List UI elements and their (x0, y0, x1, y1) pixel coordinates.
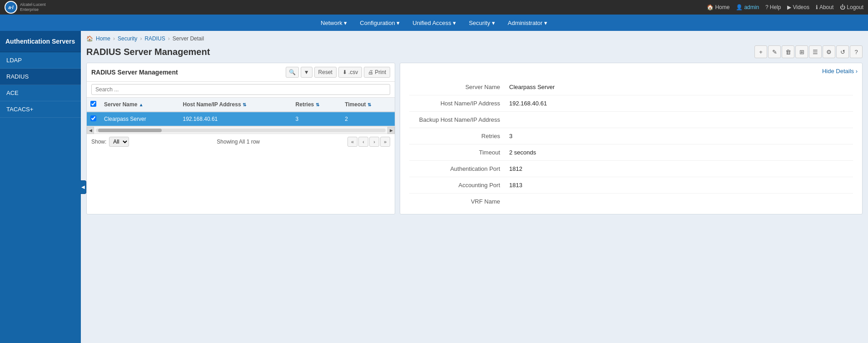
toolbar-add-button[interactable]: + (754, 45, 767, 58)
prev-page-button[interactable]: ‹ (358, 137, 368, 147)
toolbar-edit-button[interactable]: ✎ (768, 45, 781, 58)
toolbar-settings-button[interactable]: ⚙ (823, 45, 835, 58)
header-timeout: Timeout ⇅ (341, 98, 395, 112)
print-button[interactable]: 🖨 Print (364, 67, 390, 78)
hide-details-button[interactable]: Hide Details › (400, 68, 862, 79)
search-button[interactable]: 🔍 (286, 67, 299, 78)
nav-unified-access[interactable]: Unified Access ▾ (406, 15, 462, 31)
detail-label-server-name: Server Name (409, 84, 500, 90)
csv-button[interactable]: ⬇ .csv (338, 67, 362, 78)
detail-label-timeout: Timeout (409, 149, 500, 156)
toolbar-refresh-button[interactable]: ↺ (836, 45, 849, 58)
detail-label-retries: Retries (409, 133, 500, 139)
pagination-info: Showing All 1 row (217, 139, 260, 145)
data-table: Server Name ▲ Host Name/IP Address ⇅ Ret… (87, 98, 395, 126)
toolbar-list-view-button[interactable]: ☰ (809, 45, 822, 58)
about-link[interactable]: ℹ About (816, 4, 833, 10)
toolbar-help-button[interactable]: ? (850, 45, 863, 58)
scroll-right-arrow[interactable]: ▶ (387, 127, 395, 134)
row-checkbox-cell (87, 112, 100, 126)
pagination-buttons: « ‹ › » (347, 137, 390, 147)
nav-network[interactable]: Network ▾ (314, 15, 353, 31)
horizontal-scrollbar[interactable]: ◀ ▶ (87, 126, 395, 134)
pagination-bar: Show: All 10 25 50 Showing All 1 row « ‹… (87, 134, 395, 149)
sort-timeout-icon[interactable]: ⇅ (367, 102, 371, 107)
detail-value-auth-port: 1812 (500, 165, 853, 172)
page-title: RADIUS Server Management (86, 47, 210, 57)
filter-button[interactable]: ▼ (301, 67, 312, 78)
row-retries: 3 (292, 112, 342, 126)
table-scroll-area: Server Name ▲ Host Name/IP Address ⇅ Ret… (87, 98, 395, 126)
sidebar-item-ldap[interactable]: LDAP (0, 52, 81, 69)
detail-row-acct-port: Accounting Port 1813 (409, 177, 853, 194)
breadcrumb-radius[interactable]: RADIUS (144, 35, 165, 42)
help-link[interactable]: ? Help (765, 4, 781, 10)
breadcrumb: 🏠 Home › Security › RADIUS › Server Deta… (86, 35, 863, 42)
sidebar: Authentication Servers LDAP RADIUS ACE T… (0, 31, 81, 343)
detail-row-auth-port: Authentication Port 1812 (409, 161, 853, 177)
breadcrumb-server-detail: Server Detail (173, 35, 204, 42)
videos-link[interactable]: ▶ Videos (787, 4, 809, 10)
detail-panel: Hide Details › Server Name Clearpass Ser… (400, 63, 863, 214)
show-select-dropdown[interactable]: All 10 25 50 (109, 137, 129, 147)
scroll-thumb[interactable] (98, 129, 162, 132)
nav-items: Network ▾ Configuration ▾ Unified Access… (314, 15, 554, 31)
content-wrapper: Authentication Servers LDAP RADIUS ACE T… (0, 31, 868, 343)
detail-label-vrf-name: VRF Name (409, 198, 500, 205)
home-link[interactable]: 🏠 Home (707, 4, 729, 10)
detail-label-host-name: Host Name/IP Address (409, 100, 500, 107)
sort-name-icon[interactable]: ▲ (139, 102, 144, 107)
detail-value-server-name: Clearpass Server (500, 84, 853, 90)
detail-row-retries: Retries 3 (409, 128, 853, 144)
header-server-name: Server Name ▲ (100, 98, 179, 112)
breadcrumb-home[interactable]: Home (96, 35, 110, 42)
first-page-button[interactable]: « (347, 137, 357, 147)
toolbar-grid-view-button[interactable]: ⊞ (795, 45, 808, 58)
header-retries: Retries ⇅ (292, 98, 342, 112)
admin-link[interactable]: 👤 admin (736, 4, 759, 10)
brand-name: Alcatel·Lucent (20, 2, 46, 7)
table-row[interactable]: Clearpass Server 192.168.40.61 3 2 (87, 112, 395, 126)
show-select: Show: All 10 25 50 (91, 137, 129, 147)
logout-link[interactable]: ⏻ Logout (840, 4, 863, 10)
main-content: 🏠 Home › Security › RADIUS › Server Deta… (81, 31, 868, 343)
detail-value-timeout: 2 seconds (500, 149, 853, 156)
detail-row-backup-host: Backup Host Name/IP Address (409, 112, 853, 128)
row-checkbox[interactable] (90, 115, 96, 121)
split-panel: RADIUS Server Management 🔍 ▼ Reset ⬇ .cs… (86, 63, 863, 214)
nav-configuration[interactable]: Configuration ▾ (353, 15, 406, 31)
select-all-checkbox[interactable] (90, 101, 96, 107)
detail-value-acct-port: 1813 (500, 182, 853, 189)
page-title-bar: RADIUS Server Management + ✎ 🗑 ⊞ ☰ ⚙ ↺ ? (86, 45, 863, 58)
header-checkbox-col (87, 98, 100, 112)
logo-icon: a·l (5, 1, 17, 14)
detail-row-server-name: Server Name Clearpass Server (409, 79, 853, 95)
breadcrumb-security[interactable]: Security (118, 35, 137, 42)
search-bar (87, 82, 395, 98)
detail-rows: Server Name Clearpass Server Host Name/I… (400, 79, 862, 209)
sidebar-item-ace[interactable]: ACE (0, 85, 81, 101)
detail-label-acct-port: Accounting Port (409, 182, 500, 189)
last-page-button[interactable]: » (380, 137, 390, 147)
sidebar-collapse-button[interactable]: ◀ (80, 180, 86, 194)
table-actions: 🔍 ▼ Reset ⬇ .csv 🖨 Print (286, 67, 390, 78)
sidebar-item-radius[interactable]: RADIUS (0, 69, 81, 85)
reset-button[interactable]: Reset (314, 67, 337, 78)
search-input[interactable] (91, 84, 390, 95)
table-panel-title: RADIUS Server Management (91, 69, 178, 76)
table-panel-header: RADIUS Server Management 🔍 ▼ Reset ⬇ .cs… (87, 63, 395, 82)
toolbar-delete-button[interactable]: 🗑 (782, 45, 794, 58)
nav-security[interactable]: Security ▾ (462, 15, 501, 31)
detail-label-backup-host: Backup Host Name/IP Address (409, 116, 500, 123)
row-timeout: 2 (341, 112, 395, 126)
nav-administrator[interactable]: Administrator ▾ (501, 15, 554, 31)
sort-retries-icon[interactable]: ⇅ (316, 102, 319, 107)
top-nav-links: 🏠 Home 👤 admin ? Help ▶ Videos ℹ About ⏻… (707, 4, 863, 10)
sidebar-item-tacacs[interactable]: TACACS+ (0, 101, 81, 118)
next-page-button[interactable]: › (369, 137, 379, 147)
detail-value-retries: 3 (500, 133, 853, 139)
sort-host-icon[interactable]: ⇅ (243, 102, 246, 107)
brand-sub: Enterprise (20, 7, 46, 12)
detail-row-host-name: Host Name/IP Address 192.168.40.61 (409, 95, 853, 112)
scroll-left-arrow[interactable]: ◀ (87, 127, 94, 134)
